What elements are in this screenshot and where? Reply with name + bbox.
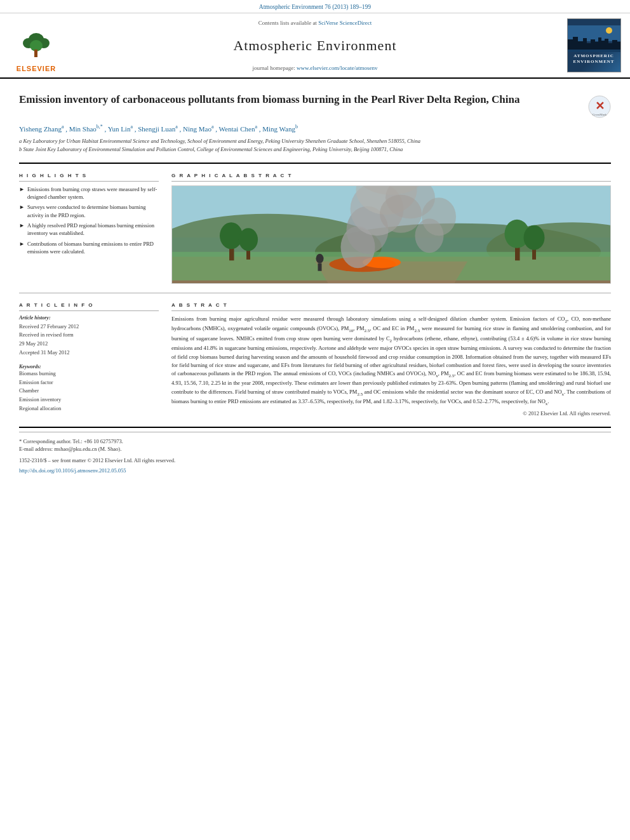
highlights-header: H I G H L I G H T S <box>19 173 159 182</box>
journal-logo-image <box>568 25 620 52</box>
highlight-text-4: Contributions of biomass burning emissio… <box>27 240 159 256</box>
header-right: ATMOSPHERICENVIRONMENT <box>565 18 622 72</box>
corresponding-author: * Corresponding author. Tel.: +86 10 627… <box>19 437 611 446</box>
sciverse-line: Contents lists available at SciVerse Sci… <box>258 20 372 26</box>
affiliation-1: a Key Laboratory for Urban Habitat Envir… <box>19 137 611 145</box>
highlight-text-3: A highly resolved PRD regional biomass b… <box>27 222 159 237</box>
bullet-2: ► <box>19 203 25 219</box>
received-revised-label: Received in revised form <box>19 331 159 340</box>
email-footnote: E-mail address: mshao@pku.edu.cn (M. Sha… <box>19 445 611 453</box>
elsevier-tree-icon <box>16 32 57 65</box>
elsevier-logo-area: ELSEVIER <box>8 32 65 72</box>
article-info-section: A R T I C L E I N F O Article history: R… <box>19 302 159 417</box>
header-center: Contents lists available at SciVerse Sci… <box>70 18 560 72</box>
svg-text:✕: ✕ <box>595 100 605 112</box>
keyword-5: Regional allocation <box>19 404 159 413</box>
journal-logo-box: ATMOSPHERICENVIRONMENT <box>567 18 621 72</box>
main-content: Emission inventory of carbonaceous pollu… <box>0 79 630 480</box>
homepage-link[interactable]: www.elsevier.com/locate/atmosenv <box>297 65 377 71</box>
svg-point-51 <box>524 225 545 250</box>
bullet-1: ► <box>19 185 25 201</box>
journal-reference: Atmospheric Environment 76 (2013) 189–19… <box>259 4 371 10</box>
graphical-abstract-header: G R A P H I C A L A B S T R A C T <box>171 173 611 182</box>
highlight-item-2: ► Surveys were conducted to determine bi… <box>19 203 159 219</box>
affiliations: a Key Laboratory for Urban Habitat Envir… <box>19 137 611 159</box>
highlight-item-1: ► Emissions from burning crop straws wer… <box>19 185 159 201</box>
keyword-1: Biomass burning <box>19 370 159 378</box>
crossmark-badge[interactable]: ✕ CrossMark <box>588 95 611 118</box>
page-wrapper: Atmospheric Environment 76 (2013) 189–19… <box>0 0 630 840</box>
svg-point-47 <box>239 228 258 251</box>
highlight-item-3: ► A highly resolved PRD regional biomass… <box>19 222 159 237</box>
elsevier-brand-text: ELSEVIER <box>17 65 56 72</box>
svg-point-43 <box>422 197 456 236</box>
abstract-section: A B S T R A C T Emissions from burning m… <box>171 302 611 417</box>
highlights-abstract-section: H I G H L I G H T S ► Emissions from bur… <box>19 168 611 289</box>
abstract-scene-svg <box>172 186 610 284</box>
sciverse-link[interactable]: SciVerse ScienceDirect <box>318 20 372 26</box>
svg-rect-53 <box>318 263 322 271</box>
article-title: Emission inventory of carbonaceous pollu… <box>19 93 582 107</box>
header-left: ELSEVIER <box>8 18 65 72</box>
svg-text:CrossMark: CrossMark <box>593 113 607 116</box>
keyword-2: Emission factor <box>19 378 159 387</box>
main-divider <box>19 163 611 164</box>
revised-date: 29 May 2012 <box>19 340 159 349</box>
history-header: Article history: <box>19 315 159 323</box>
keyword-4: Emission inventory <box>19 396 159 404</box>
received-date: Received 27 February 2012 <box>19 323 159 331</box>
doi-line: http://dx.doi.org/10.1016/j.atmosenv.201… <box>19 467 611 474</box>
journal-title: Atmospheric Environment <box>233 34 396 58</box>
accepted-date: Accepted 31 May 2012 <box>19 349 159 357</box>
affiliation-2: b State Joint Key Laboratory of Environm… <box>19 145 611 154</box>
logo-text: ATMOSPHERICENVIRONMENT <box>572 52 615 65</box>
keyword-3: Chamber <box>19 387 159 396</box>
highlights-list: ► Emissions from burning crop straws wer… <box>19 185 159 256</box>
footnotes-section: * Corresponding author. Tel.: +86 10 627… <box>19 432 611 474</box>
article-title-section: Emission inventory of carbonaceous pollu… <box>19 85 611 123</box>
highlight-item-4: ► Contributions of biomass burning emiss… <box>19 240 159 256</box>
top-bar: Atmospheric Environment 76 (2013) 189–19… <box>0 0 630 13</box>
bullet-3: ► <box>19 222 25 237</box>
keywords-label: Keywords: <box>19 364 159 370</box>
article-info-header-label: A R T I C L E I N F O <box>19 302 159 311</box>
abstract-text: Emissions from burning major agricultura… <box>171 315 611 408</box>
abstract-header: A B S T R A C T <box>171 302 611 311</box>
copyright-text: © 2012 Elsevier Ltd. All rights reserved… <box>171 408 611 417</box>
crossmark-icon: ✕ CrossMark <box>588 95 611 118</box>
highlight-text-2: Surveys were conducted to determine biom… <box>27 203 159 219</box>
doi-link[interactable]: http://dx.doi.org/10.1016/j.atmosenv.201… <box>19 467 126 474</box>
svg-point-7 <box>606 27 612 34</box>
bottom-divider <box>19 427 611 428</box>
highlights-section: H I G H L I G H T S ► Emissions from bur… <box>19 173 159 284</box>
svg-rect-4 <box>34 50 37 57</box>
bullet-4: ► <box>19 240 25 256</box>
authors: Yisheng Zhanga , Min Shaob,* , Yun Lina … <box>19 123 611 137</box>
graphical-abstract-image <box>171 185 611 284</box>
graphical-abstract-section: G R A P H I C A L A B S T R A C T <box>171 173 611 284</box>
journal-homepage: journal homepage: www.elsevier.com/locat… <box>253 65 378 71</box>
info-abstract-section: A R T I C L E I N F O Article history: R… <box>19 297 611 422</box>
issn-line: 1352-2310/$ – see front matter © 2012 El… <box>19 457 611 463</box>
svg-point-52 <box>316 254 324 263</box>
highlight-text-1: Emissions from burning crop straws were … <box>27 185 159 201</box>
header: ELSEVIER Contents lists available at Sci… <box>0 13 630 79</box>
mid-divider <box>19 293 611 293</box>
svg-point-45 <box>220 222 243 249</box>
